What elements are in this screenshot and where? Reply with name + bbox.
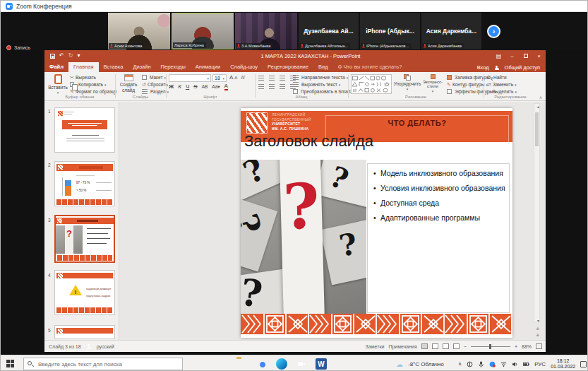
strikethrough-button[interactable]: S: [193, 83, 197, 90]
participant-video-tile[interactable]: Лариса Кобрина: [172, 13, 234, 49]
signin-button[interactable]: Вход: [477, 64, 489, 71]
network-icon[interactable]: [500, 361, 507, 367]
slide-number-indicator[interactable]: Слайд 3 из 18: [44, 344, 81, 349]
restore-button[interactable]: [519, 50, 532, 61]
scrollbar-thumb[interactable]: [535, 112, 539, 146]
battery-icon[interactable]: [523, 361, 529, 367]
zoom-out-button[interactable]: −: [464, 344, 467, 349]
arrange-button[interactable]: Упорядочить ▾: [395, 74, 420, 91]
find-button[interactable]: Найти: [487, 74, 507, 81]
grow-shrink-font[interactable]: ААА̸: [229, 74, 244, 81]
slide-bullet-list[interactable]: Модель инклюзивного образования Условия …: [373, 169, 508, 229]
speaker-icon[interactable]: [512, 361, 518, 367]
font-style-buttons[interactable]: Ж К Ч S АВ Аа▾ А: [169, 83, 231, 90]
char-spacing-button[interactable]: АВ: [202, 84, 208, 89]
font-size-combo[interactable]: 18▾: [212, 74, 227, 82]
tab-transitions[interactable]: Переходы: [156, 62, 191, 72]
smartart-button[interactable]: Преобразовать в SmartArt▾: [293, 88, 359, 95]
participant-novideo-tile[interactable]: Дузелбаева Ай... Дузелбаева Айтолкын...: [299, 13, 359, 49]
italic-button[interactable]: К: [178, 83, 181, 90]
slide-thumbnail-2[interactable]: 87 - 73 % > 50 %: [54, 161, 115, 206]
minimize-button[interactable]: –: [505, 50, 519, 61]
outdent-icon[interactable]: [280, 76, 285, 81]
next-participants-button[interactable]: ›: [487, 25, 500, 38]
start-button[interactable]: [6, 360, 15, 368]
microphone-icon[interactable]: [478, 361, 484, 367]
select-button[interactable]: ▷Выделить▾: [487, 88, 517, 95]
participant-video-tile[interactable]: Асем Ахметова: [108, 13, 170, 49]
slideshow-view-icon[interactable]: [453, 343, 460, 349]
reading-view-icon[interactable]: [443, 343, 449, 349]
accessibility-icon[interactable]: [87, 344, 91, 348]
search-input[interactable]: [23, 358, 183, 370]
participant-novideo-tile[interactable]: iPhone (Абдык... iPhone (Абдыкалыков...: [360, 13, 420, 49]
ribbon-display-options-icon[interactable]: ▤: [492, 50, 505, 61]
shapes-gallery[interactable]: [351, 74, 392, 94]
clear-format-icon[interactable]: А̸: [241, 75, 244, 80]
slide-sorter-view-icon[interactable]: [432, 343, 438, 349]
align-right-icon[interactable]: [280, 84, 285, 89]
word-icon[interactable]: W: [316, 358, 327, 370]
share-button[interactable]: Общий доступ: [505, 64, 540, 71]
normal-view-icon[interactable]: [421, 343, 428, 349]
comments-toggle[interactable]: Примечания: [388, 344, 416, 349]
font-name-combo[interactable]: ▾: [169, 74, 211, 82]
undo-icon[interactable]: ↶: [59, 53, 64, 59]
align-left-icon[interactable]: [258, 84, 264, 89]
bullets-icon[interactable]: [258, 76, 264, 81]
slide-title[interactable]: ЧТО ДЕЛАТЬ?: [325, 119, 509, 127]
change-case-button[interactable]: Аа▾: [212, 84, 220, 90]
tellme-box[interactable]: Что вы хотите сделать?: [333, 62, 407, 72]
previous-slide-icon[interactable]: ≙: [536, 326, 539, 331]
participant-novideo-tile[interactable]: Асия Даркемба... Асия Даркембаева: [421, 13, 481, 49]
action-center-icon[interactable]: [580, 361, 587, 367]
tab-file[interactable]: Файл: [44, 62, 68, 72]
reset-button[interactable]: ↺Сбросить: [142, 81, 168, 88]
weather-widget[interactable]: ☁ -8°C Облачно: [396, 355, 444, 371]
tab-home[interactable]: Главная: [68, 62, 99, 72]
slide-thumbnail-5[interactable]: [54, 325, 115, 339]
tab-view[interactable]: Вид: [313, 62, 333, 72]
slide-thumbnail-3-selected[interactable]: ?: [54, 215, 115, 263]
language-switch[interactable]: РУС: [534, 361, 546, 367]
slide-thumbnail-panel[interactable]: 1 2 87: [44, 102, 119, 340]
align-text-button[interactable]: Выровнять текст▾: [293, 81, 340, 88]
onedrive-icon[interactable]: [467, 361, 473, 367]
replace-button[interactable]: ⇄Заменить▾: [487, 81, 517, 88]
quick-styles-button[interactable]: Экспресс-стили ▾: [421, 74, 444, 93]
slide-canvas[interactable]: ЛЕНИНГРАДСКИЙ ГОСУДАРСТВЕННЫЙ УНИВЕРСИТЕ…: [241, 108, 512, 338]
align-center-icon[interactable]: [269, 84, 275, 89]
numbering-icon[interactable]: [269, 76, 275, 81]
close-button[interactable]: ×: [532, 50, 546, 61]
tab-design[interactable]: Дизайн: [128, 62, 155, 72]
scroll-down-icon[interactable]: ▾: [537, 318, 539, 323]
tab-animations[interactable]: Анимации: [191, 62, 225, 72]
section-button[interactable]: Раздел▾: [142, 88, 169, 95]
copy-button[interactable]: Копировать▾: [70, 81, 107, 88]
zoom-slider-thumb[interactable]: [489, 344, 491, 349]
save-icon[interactable]: [50, 54, 55, 59]
zoom-recording-icon[interactable]: [489, 361, 496, 367]
tray-expand-icon[interactable]: ∧: [458, 361, 462, 367]
edge-icon[interactable]: [276, 358, 287, 370]
clock[interactable]: 18:12 01.03.2022: [551, 358, 575, 370]
collapse-ribbon-icon[interactable]: ∧: [537, 95, 544, 100]
underline-button[interactable]: Ч: [186, 83, 189, 90]
zoom-in-button[interactable]: +: [515, 344, 517, 349]
bold-button[interactable]: Ж: [169, 83, 174, 90]
new-slide-button[interactable]: Создать слайд: [118, 74, 139, 93]
zoom-percentage[interactable]: 88%: [522, 344, 532, 349]
vertical-scrollbar[interactable]: [534, 103, 540, 322]
shape-outline-button[interactable]: ✎Контур фигуры▾: [447, 81, 488, 88]
start-slideshow-icon[interactable]: ▾: [77, 53, 80, 59]
notes-toggle[interactable]: Заметки: [366, 344, 385, 349]
text-direction-button[interactable]: Направление текста▾: [293, 74, 348, 81]
scroll-up-icon[interactable]: ▴: [537, 104, 539, 109]
slide-thumbnail-4[interactable]: ! кадровый дефицит подготовка кадров: [54, 270, 115, 315]
language-indicator[interactable]: русский: [97, 344, 114, 349]
participant-video-tile[interactable]: З.А.Мовкебаева: [235, 13, 297, 49]
tab-review[interactable]: Рецензирование: [263, 62, 313, 72]
next-slide-icon[interactable]: ≚: [536, 333, 539, 338]
tab-insert[interactable]: Вставка: [99, 62, 128, 72]
cut-button[interactable]: ✂Вырезать: [70, 74, 96, 81]
